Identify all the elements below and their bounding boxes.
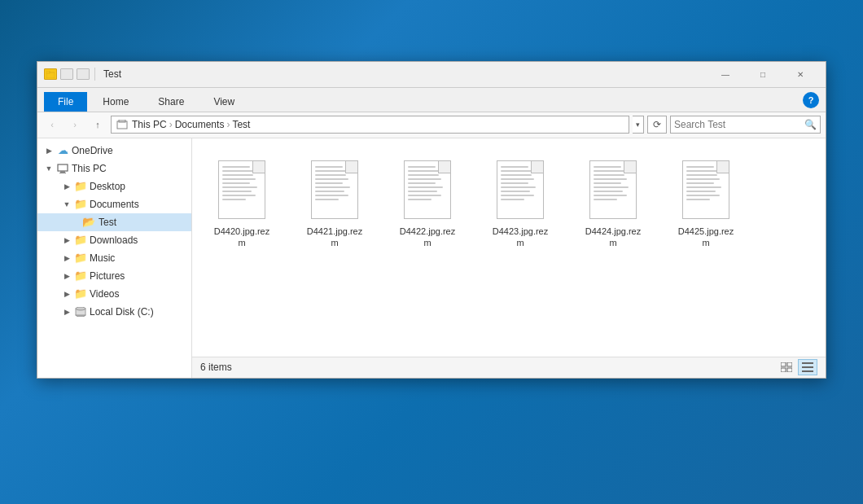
address-bar: ‹ › ↑ This PC › Documents › Test ▾ ⟳ 🔍 (37, 112, 826, 138)
svg-rect-6 (59, 173, 66, 173)
sidebar-item-pictures[interactable]: ▶ 📁 Pictures (37, 267, 191, 285)
file-item-3[interactable]: D4423.jpg.rezm (484, 151, 557, 255)
forward-button[interactable]: › (65, 115, 85, 134)
svg-rect-4 (58, 164, 68, 171)
sidebar-label-this-pc: This PC (72, 163, 107, 174)
sidebar-label-onedrive: OneDrive (72, 145, 113, 156)
doc-icon-4 (589, 160, 637, 219)
breadcrumb-this-pc: This PC (116, 119, 167, 130)
test-folder-icon: 📂 (82, 217, 95, 228)
file-item-2[interactable]: D4422.jpg.rezm (391, 151, 464, 255)
sidebar-label-downloads: Downloads (90, 234, 138, 246)
sidebar-label-test: Test (99, 217, 116, 228)
title-bar-icons (44, 68, 90, 80)
sidebar-item-music[interactable]: ▶ 📁 Music (37, 249, 191, 267)
minimize-button[interactable]: — (707, 61, 744, 87)
window-controls: — □ ✕ (707, 61, 819, 87)
desktop-folder-icon: 📁 (74, 181, 87, 192)
back-button[interactable]: ‹ (42, 115, 62, 134)
this-pc-icon (56, 163, 69, 174)
file-item-0[interactable]: D4420.jpg.rezm (205, 151, 278, 255)
documents-folder-icon: 📁 (74, 199, 87, 210)
window-title: Test (100, 68, 707, 80)
close-button[interactable]: ✕ (782, 61, 819, 87)
sidebar-item-this-pc[interactable]: ▼ This PC (37, 160, 191, 177)
expand-this-pc: ▼ (44, 164, 54, 173)
view-grid-button[interactable] (777, 359, 796, 375)
expand-documents: ▼ (62, 199, 72, 209)
file-name-4: D4424.jpg.rezm (582, 226, 644, 249)
help-button[interactable]: ? (803, 92, 819, 108)
breadcrumb[interactable]: This PC › Documents › Test (111, 116, 629, 134)
tab-file[interactable]: File (44, 92, 87, 112)
expand-downloads: ▶ (62, 235, 72, 245)
sidebar-item-videos[interactable]: ▶ 📁 Videos (37, 285, 191, 303)
title-bar: Test — □ ✕ (37, 62, 826, 88)
maximize-button[interactable]: □ (744, 61, 782, 87)
expand-music: ▶ (62, 253, 72, 263)
search-box[interactable]: 🔍 (670, 116, 821, 134)
tab-home[interactable]: Home (89, 92, 142, 112)
title-bar-divider (94, 68, 95, 81)
view-details-button[interactable] (798, 359, 817, 375)
doc-icon-5 (682, 160, 729, 219)
file-icon-2 (399, 157, 456, 222)
file-name-3: D4423.jpg.rezm (489, 226, 551, 249)
doc-icon-1 (311, 160, 358, 219)
folder-icon-small (44, 68, 57, 80)
refresh-button[interactable]: ⟳ (647, 116, 667, 134)
svg-rect-12 (781, 368, 786, 372)
file-item-4[interactable]: D4424.jpg.rezm (576, 151, 650, 255)
sidebar-label-documents: Documents (90, 199, 139, 210)
sidebar-label-music: Music (90, 252, 115, 264)
svg-point-9 (76, 307, 85, 310)
svg-rect-11 (787, 362, 792, 366)
svg-rect-13 (787, 368, 792, 372)
sidebar-label-pictures: Pictures (90, 270, 125, 282)
main-content: ▶ ☁ OneDrive ▼ This PC ▶ 📁 (37, 138, 826, 378)
sidebar-label-desktop: Desktop (90, 181, 125, 192)
sidebar-item-test[interactable]: 📂 Test (37, 213, 191, 231)
expand-local-disk: ▶ (62, 307, 72, 317)
sidebar-item-downloads[interactable]: ▶ 📁 Downloads (37, 231, 191, 249)
file-icon-0 (213, 157, 270, 222)
up-button[interactable]: ↑ (88, 115, 107, 134)
svg-rect-15 (802, 366, 813, 368)
breadcrumb-test: Test (232, 119, 250, 130)
file-area: D4420.jpg.rezm D4421.jpg.rezm (192, 138, 826, 378)
sidebar-label-videos: Videos (90, 288, 119, 300)
search-input[interactable] (674, 119, 801, 130)
file-icon-1 (306, 157, 363, 222)
expand-desktop: ▶ (62, 182, 72, 191)
svg-rect-1 (46, 71, 50, 73)
sidebar-item-onedrive[interactable]: ▶ ☁ OneDrive (37, 142, 191, 160)
svg-rect-5 (60, 171, 65, 173)
svg-rect-16 (802, 370, 813, 372)
breadcrumb-dropdown[interactable]: ▾ (633, 116, 644, 134)
sidebar-item-desktop[interactable]: ▶ 📁 Desktop (37, 177, 191, 195)
svg-rect-10 (781, 362, 786, 366)
sidebar-label-local-disk: Local Disk (C:) (90, 306, 154, 318)
file-icon-3 (492, 157, 549, 222)
videos-folder-icon: 📁 (74, 288, 87, 300)
file-grid: D4420.jpg.rezm D4421.jpg.rezm (192, 138, 826, 357)
file-item-1[interactable]: D4421.jpg.rezm (298, 151, 371, 255)
doc-icon-0 (218, 160, 265, 219)
local-disk-icon (74, 306, 87, 318)
pictures-folder-icon: 📁 (74, 270, 87, 282)
sidebar-item-local-disk[interactable]: ▶ Local Disk (C:) (37, 303, 191, 321)
view-buttons (777, 359, 817, 375)
file-name-1: D4421.jpg.rezm (304, 226, 366, 249)
breadcrumb-sep-1: › (169, 119, 173, 130)
sidebar-item-documents[interactable]: ▼ 📁 Documents (37, 195, 191, 213)
breadcrumb-sep-2: › (226, 119, 230, 130)
file-item-5[interactable]: D4425.jpg.rezm (669, 151, 743, 255)
downloads-folder-icon: 📁 (74, 234, 87, 246)
expand-videos: ▶ (62, 289, 72, 299)
title-icon-2 (60, 68, 73, 80)
tab-view[interactable]: View (199, 92, 248, 112)
explorer-window: Test — □ ✕ File Home Share View ? ‹ › ↑ … (37, 61, 826, 379)
file-name-5: D4425.jpg.rezm (675, 226, 737, 249)
tab-share[interactable]: Share (144, 92, 198, 112)
onedrive-icon: ☁ (56, 145, 69, 156)
